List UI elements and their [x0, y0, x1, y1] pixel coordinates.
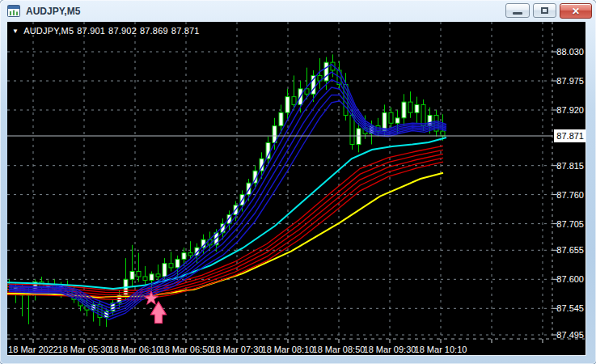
- quote-high: 87.902: [108, 26, 137, 36]
- price-chart[interactable]: 87.87188.03087.97587.92087.81587.76087.7…: [7, 22, 586, 356]
- candle-body: [408, 102, 412, 112]
- minimize-button[interactable]: [505, 3, 530, 18]
- price-axis-label: 87.495: [556, 330, 584, 340]
- time-axis-label: 18 Mar 06:10: [109, 345, 162, 354]
- time-axis-label: 18 Mar 2022: [8, 345, 58, 354]
- time-axis-label: 18 Mar 08:50: [313, 345, 366, 354]
- candle-body: [421, 104, 425, 125]
- minimize-icon: [513, 12, 522, 15]
- candle-body: [285, 97, 290, 113]
- price-axis-label: 87.705: [556, 219, 584, 229]
- candle-body: [292, 97, 296, 105]
- candle-body: [143, 277, 147, 281]
- time-axis-label: 18 Mar 06:50: [160, 345, 213, 354]
- time-axis-label: 18 Mar 10:10: [415, 345, 467, 354]
- blue-ma-ribbon: [9, 65, 446, 320]
- chevron-down-icon: ▼: [12, 28, 19, 35]
- time-axis-label: 18 Mar 08:10: [262, 345, 315, 354]
- time-axis-label: 18 Mar 09:30: [364, 345, 416, 354]
- window-title: AUDJPY,M5: [26, 6, 80, 17]
- candle-body: [175, 259, 180, 268]
- candle-body: [395, 118, 399, 124]
- price-axis-label: 87.760: [556, 190, 584, 200]
- restore-button[interactable]: [533, 3, 556, 18]
- price-axis-label: 87.920: [556, 105, 584, 115]
- close-icon: ✕: [572, 6, 580, 16]
- up-arrow-icon: [151, 302, 167, 324]
- candle-body: [163, 264, 167, 277]
- price-axis-label: 87.655: [556, 245, 584, 255]
- price-axis-label: 87.600: [556, 274, 584, 284]
- chart-window: AUDJPY,M5 ✕ ▼AUDJPY,M587.90187.90287.869…: [0, 0, 596, 364]
- price-axis-label: 87.815: [556, 161, 584, 171]
- ohlc-quote-line: ▼AUDJPY,M587.90187.90287.86987.871: [12, 26, 203, 36]
- quote-close: 87.871: [171, 26, 200, 36]
- close-button[interactable]: ✕: [560, 3, 592, 19]
- candle-body: [324, 62, 328, 81]
- time-axis-label: 18 Mar 07:30: [211, 345, 264, 354]
- candle-body: [441, 131, 445, 136]
- candle-body: [357, 129, 361, 145]
- window-controls: ✕: [505, 3, 592, 19]
- chart-canvas[interactable]: ▼AUDJPY,M587.90187.90287.86987.871 87.87…: [7, 22, 586, 356]
- price-axis[interactable]: 88.03087.97587.92087.81587.76087.70587.6…: [552, 47, 584, 340]
- candle-body: [130, 272, 134, 280]
- candle-body: [188, 253, 192, 256]
- title-bar[interactable]: AUDJPY,M5 ✕: [0, 0, 596, 22]
- quote-low: 87.869: [140, 26, 168, 36]
- price-axis-label: 87.545: [556, 303, 584, 313]
- candle-body: [137, 272, 141, 277]
- current-price-line: 87.871: [7, 129, 585, 142]
- quote-open: 87.901: [77, 26, 105, 36]
- candle-body: [415, 104, 419, 112]
- symbol-period-label: AUDJPY,M5: [23, 26, 74, 36]
- price-axis-label: 87.975: [556, 76, 584, 86]
- candle-body: [150, 274, 154, 281]
- candle-body: [389, 112, 393, 123]
- candle-body: [350, 116, 354, 145]
- candle-body: [279, 112, 283, 125]
- candle-body: [182, 253, 186, 260]
- candle-body: [402, 102, 406, 118]
- chart-window-icon[interactable]: [7, 5, 20, 17]
- restore-icon: [541, 7, 548, 14]
- time-axis-label: 18 Mar 05:30: [58, 345, 111, 354]
- svg-text:87.871: 87.871: [556, 131, 584, 141]
- candle-body: [156, 274, 160, 277]
- candle-body: [169, 264, 173, 268]
- time-axis[interactable]: 18 Mar 202218 Mar 05:3018 Mar 06:1018 Ma…: [8, 339, 543, 354]
- price-axis-label: 88.030: [556, 47, 584, 57]
